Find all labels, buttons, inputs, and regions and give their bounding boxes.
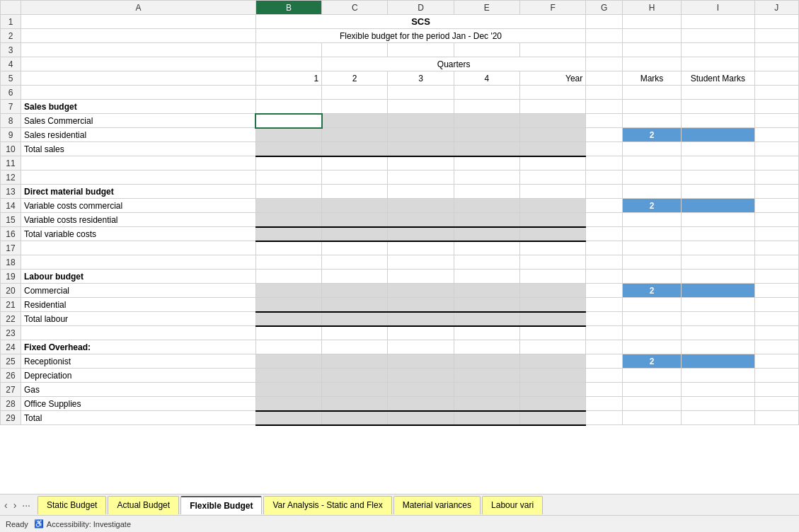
r5-j[interactable] <box>754 71 798 86</box>
r23-c[interactable] <box>322 326 388 340</box>
r10-g[interactable] <box>586 142 623 156</box>
r11-j[interactable] <box>754 156 798 170</box>
r25-f[interactable] <box>519 354 585 369</box>
r25-g[interactable] <box>586 354 623 369</box>
r17-d[interactable] <box>388 241 454 255</box>
r6-b[interactable] <box>255 86 321 100</box>
r16-b[interactable] <box>255 227 321 241</box>
r16-h[interactable] <box>623 227 682 241</box>
tab-material-variances[interactable]: Material variances <box>393 496 481 514</box>
r23-f[interactable] <box>519 326 585 340</box>
r4-h[interactable] <box>623 57 682 71</box>
r3-g[interactable] <box>586 43 623 57</box>
r23-b[interactable] <box>255 326 321 340</box>
r16-j[interactable] <box>754 227 798 241</box>
r22-j[interactable] <box>754 312 798 326</box>
r11-e[interactable] <box>454 156 519 170</box>
r7-i[interactable] <box>682 100 755 114</box>
r18-b[interactable] <box>255 255 321 270</box>
r28-g[interactable] <box>586 397 623 411</box>
r27-j[interactable] <box>754 383 798 397</box>
r10-h[interactable] <box>623 142 682 156</box>
r3-c[interactable] <box>322 43 388 57</box>
r8-f[interactable] <box>519 114 585 128</box>
r25-c[interactable] <box>322 354 388 369</box>
r12-h[interactable] <box>623 170 682 185</box>
r18-h[interactable] <box>623 255 682 270</box>
r14-student-mark[interactable] <box>682 199 755 213</box>
r25-student-mark[interactable] <box>682 354 755 369</box>
r16-g[interactable] <box>586 227 623 241</box>
r28-c[interactable] <box>322 397 388 411</box>
r10-i[interactable] <box>682 142 755 156</box>
r19-e[interactable] <box>454 270 519 284</box>
r11-b[interactable] <box>255 156 321 170</box>
r27-f[interactable] <box>519 383 585 397</box>
r26-b[interactable] <box>255 369 321 383</box>
r10-d[interactable] <box>388 142 454 156</box>
r3-f[interactable] <box>519 43 585 57</box>
col-d-header[interactable]: D <box>388 1 454 15</box>
r6-j[interactable] <box>754 86 798 100</box>
r17-e[interactable] <box>454 241 519 255</box>
r21-b[interactable] <box>255 298 321 312</box>
r25-e[interactable] <box>454 354 519 369</box>
r22-c[interactable] <box>322 312 388 326</box>
r24-h[interactable] <box>623 340 682 354</box>
r14-f[interactable] <box>519 199 585 213</box>
r29-d[interactable] <box>388 411 454 425</box>
r14-e[interactable] <box>454 199 519 213</box>
r25-b[interactable] <box>255 354 321 369</box>
r6-f[interactable] <box>519 86 585 100</box>
r26-c[interactable] <box>322 369 388 383</box>
col-c-header[interactable]: C <box>322 1 388 15</box>
r22-h[interactable] <box>623 312 682 326</box>
r20-b[interactable] <box>255 284 321 298</box>
r29-f[interactable] <box>519 411 585 425</box>
r6-e[interactable] <box>454 86 519 100</box>
r28-d[interactable] <box>388 397 454 411</box>
r7-e[interactable] <box>454 100 519 114</box>
r14-g[interactable] <box>586 199 623 213</box>
r25-d[interactable] <box>388 354 454 369</box>
r22-g[interactable] <box>586 312 623 326</box>
r27-h[interactable] <box>623 383 682 397</box>
r2-a[interactable] <box>21 29 256 43</box>
r22-f[interactable] <box>519 312 585 326</box>
r3-j[interactable] <box>754 43 798 57</box>
r2-g[interactable] <box>586 29 623 43</box>
r7-h[interactable] <box>623 100 682 114</box>
r7-d[interactable] <box>388 100 454 114</box>
r15-e[interactable] <box>454 213 519 227</box>
r15-g[interactable] <box>586 213 623 227</box>
r6-d[interactable] <box>388 86 454 100</box>
r29-j[interactable] <box>754 411 798 425</box>
r11-f[interactable] <box>519 156 585 170</box>
tab-labour-vari[interactable]: Labour vari <box>482 496 543 514</box>
r24-c[interactable] <box>322 340 388 354</box>
r23-a[interactable] <box>21 326 256 340</box>
r8-h[interactable] <box>623 114 682 128</box>
r10-j[interactable] <box>754 142 798 156</box>
r6-i[interactable] <box>682 86 755 100</box>
r21-i[interactable] <box>682 298 755 312</box>
col-b-header[interactable]: B <box>255 1 321 15</box>
r23-d[interactable] <box>388 326 454 340</box>
col-e-header[interactable]: E <box>454 1 519 15</box>
r26-d[interactable] <box>388 369 454 383</box>
r1-i[interactable] <box>682 15 755 29</box>
r27-g[interactable] <box>586 383 623 397</box>
r22-b[interactable] <box>255 312 321 326</box>
r17-b[interactable] <box>255 241 321 255</box>
r3-d[interactable] <box>388 43 454 57</box>
r16-f[interactable] <box>519 227 585 241</box>
r19-h[interactable] <box>623 270 682 284</box>
r9-c[interactable] <box>322 128 388 142</box>
r2-h[interactable] <box>623 29 682 43</box>
r16-e[interactable] <box>454 227 519 241</box>
r20-e[interactable] <box>454 284 519 298</box>
r18-e[interactable] <box>454 255 519 270</box>
r25-j[interactable] <box>754 354 798 369</box>
r20-c[interactable] <box>322 284 388 298</box>
r29-h[interactable] <box>623 411 682 425</box>
